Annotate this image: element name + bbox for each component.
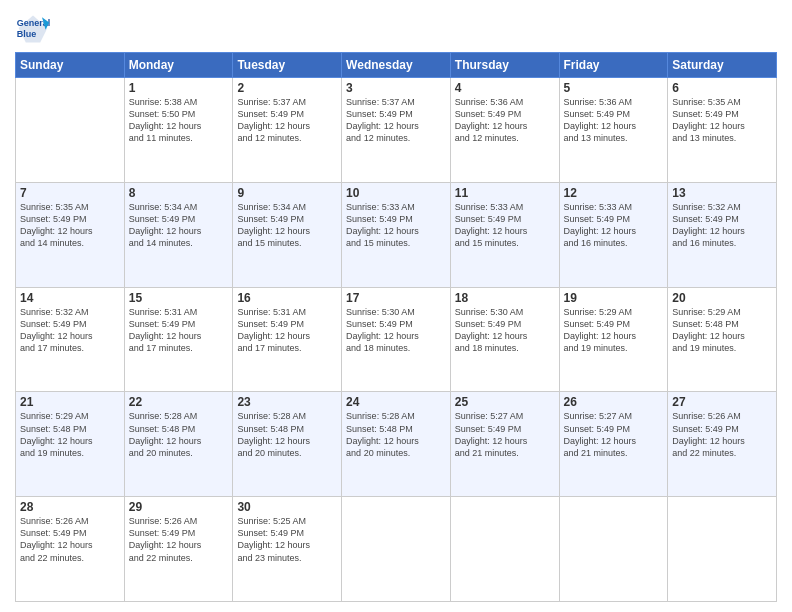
calendar-cell: 12Sunrise: 5:33 AM Sunset: 5:49 PM Dayli… [559, 182, 668, 287]
day-info: Sunrise: 5:37 AM Sunset: 5:49 PM Dayligh… [237, 96, 337, 145]
calendar-cell: 8Sunrise: 5:34 AM Sunset: 5:49 PM Daylig… [124, 182, 233, 287]
day-number: 15 [129, 291, 229, 305]
calendar-cell: 14Sunrise: 5:32 AM Sunset: 5:49 PM Dayli… [16, 287, 125, 392]
calendar-cell: 18Sunrise: 5:30 AM Sunset: 5:49 PM Dayli… [450, 287, 559, 392]
day-number: 9 [237, 186, 337, 200]
day-info: Sunrise: 5:29 AM Sunset: 5:48 PM Dayligh… [20, 410, 120, 459]
calendar-cell: 1Sunrise: 5:38 AM Sunset: 5:50 PM Daylig… [124, 78, 233, 183]
day-number: 6 [672, 81, 772, 95]
col-saturday: Saturday [668, 53, 777, 78]
week-row-4: 21Sunrise: 5:29 AM Sunset: 5:48 PM Dayli… [16, 392, 777, 497]
day-number: 26 [564, 395, 664, 409]
calendar-cell [668, 497, 777, 602]
calendar-cell: 2Sunrise: 5:37 AM Sunset: 5:49 PM Daylig… [233, 78, 342, 183]
calendar-cell: 4Sunrise: 5:36 AM Sunset: 5:49 PM Daylig… [450, 78, 559, 183]
calendar-cell [559, 497, 668, 602]
calendar-cell: 22Sunrise: 5:28 AM Sunset: 5:48 PM Dayli… [124, 392, 233, 497]
calendar-cell: 20Sunrise: 5:29 AM Sunset: 5:48 PM Dayli… [668, 287, 777, 392]
day-number: 12 [564, 186, 664, 200]
calendar-cell: 26Sunrise: 5:27 AM Sunset: 5:49 PM Dayli… [559, 392, 668, 497]
day-number: 23 [237, 395, 337, 409]
day-info: Sunrise: 5:33 AM Sunset: 5:49 PM Dayligh… [346, 201, 446, 250]
col-wednesday: Wednesday [342, 53, 451, 78]
col-sunday: Sunday [16, 53, 125, 78]
calendar-cell: 13Sunrise: 5:32 AM Sunset: 5:49 PM Dayli… [668, 182, 777, 287]
calendar-cell: 11Sunrise: 5:33 AM Sunset: 5:49 PM Dayli… [450, 182, 559, 287]
day-info: Sunrise: 5:31 AM Sunset: 5:49 PM Dayligh… [129, 306, 229, 355]
day-info: Sunrise: 5:29 AM Sunset: 5:49 PM Dayligh… [564, 306, 664, 355]
day-info: Sunrise: 5:31 AM Sunset: 5:49 PM Dayligh… [237, 306, 337, 355]
day-number: 8 [129, 186, 229, 200]
day-number: 29 [129, 500, 229, 514]
day-number: 18 [455, 291, 555, 305]
calendar-cell: 9Sunrise: 5:34 AM Sunset: 5:49 PM Daylig… [233, 182, 342, 287]
calendar-cell: 28Sunrise: 5:26 AM Sunset: 5:49 PM Dayli… [16, 497, 125, 602]
col-monday: Monday [124, 53, 233, 78]
calendar-cell: 6Sunrise: 5:35 AM Sunset: 5:49 PM Daylig… [668, 78, 777, 183]
day-info: Sunrise: 5:36 AM Sunset: 5:49 PM Dayligh… [564, 96, 664, 145]
col-tuesday: Tuesday [233, 53, 342, 78]
page: General Blue Sunday Monday Tuesday Wedne… [0, 0, 792, 612]
calendar-cell [450, 497, 559, 602]
day-info: Sunrise: 5:28 AM Sunset: 5:48 PM Dayligh… [129, 410, 229, 459]
calendar-cell: 30Sunrise: 5:25 AM Sunset: 5:49 PM Dayli… [233, 497, 342, 602]
week-row-3: 14Sunrise: 5:32 AM Sunset: 5:49 PM Dayli… [16, 287, 777, 392]
week-row-1: 1Sunrise: 5:38 AM Sunset: 5:50 PM Daylig… [16, 78, 777, 183]
day-number: 19 [564, 291, 664, 305]
day-number: 11 [455, 186, 555, 200]
day-number: 21 [20, 395, 120, 409]
header: General Blue [15, 10, 777, 46]
day-info: Sunrise: 5:28 AM Sunset: 5:48 PM Dayligh… [237, 410, 337, 459]
calendar-cell: 27Sunrise: 5:26 AM Sunset: 5:49 PM Dayli… [668, 392, 777, 497]
day-info: Sunrise: 5:28 AM Sunset: 5:48 PM Dayligh… [346, 410, 446, 459]
calendar-table: Sunday Monday Tuesday Wednesday Thursday… [15, 52, 777, 602]
day-number: 2 [237, 81, 337, 95]
calendar-cell: 3Sunrise: 5:37 AM Sunset: 5:49 PM Daylig… [342, 78, 451, 183]
day-info: Sunrise: 5:27 AM Sunset: 5:49 PM Dayligh… [455, 410, 555, 459]
day-info: Sunrise: 5:30 AM Sunset: 5:49 PM Dayligh… [455, 306, 555, 355]
day-info: Sunrise: 5:26 AM Sunset: 5:49 PM Dayligh… [129, 515, 229, 564]
day-info: Sunrise: 5:32 AM Sunset: 5:49 PM Dayligh… [672, 201, 772, 250]
calendar-cell: 19Sunrise: 5:29 AM Sunset: 5:49 PM Dayli… [559, 287, 668, 392]
day-number: 22 [129, 395, 229, 409]
day-info: Sunrise: 5:35 AM Sunset: 5:49 PM Dayligh… [20, 201, 120, 250]
day-info: Sunrise: 5:27 AM Sunset: 5:49 PM Dayligh… [564, 410, 664, 459]
day-number: 27 [672, 395, 772, 409]
calendar-cell: 21Sunrise: 5:29 AM Sunset: 5:48 PM Dayli… [16, 392, 125, 497]
day-info: Sunrise: 5:25 AM Sunset: 5:49 PM Dayligh… [237, 515, 337, 564]
svg-text:Blue: Blue [17, 29, 37, 39]
logo-icon: General Blue [15, 10, 51, 46]
day-info: Sunrise: 5:33 AM Sunset: 5:49 PM Dayligh… [564, 201, 664, 250]
day-number: 5 [564, 81, 664, 95]
day-number: 20 [672, 291, 772, 305]
week-row-2: 7Sunrise: 5:35 AM Sunset: 5:49 PM Daylig… [16, 182, 777, 287]
day-info: Sunrise: 5:26 AM Sunset: 5:49 PM Dayligh… [20, 515, 120, 564]
col-thursday: Thursday [450, 53, 559, 78]
calendar-cell: 24Sunrise: 5:28 AM Sunset: 5:48 PM Dayli… [342, 392, 451, 497]
day-number: 17 [346, 291, 446, 305]
day-info: Sunrise: 5:33 AM Sunset: 5:49 PM Dayligh… [455, 201, 555, 250]
day-info: Sunrise: 5:26 AM Sunset: 5:49 PM Dayligh… [672, 410, 772, 459]
day-number: 30 [237, 500, 337, 514]
day-number: 24 [346, 395, 446, 409]
day-info: Sunrise: 5:36 AM Sunset: 5:49 PM Dayligh… [455, 96, 555, 145]
day-info: Sunrise: 5:35 AM Sunset: 5:49 PM Dayligh… [672, 96, 772, 145]
day-number: 25 [455, 395, 555, 409]
day-info: Sunrise: 5:38 AM Sunset: 5:50 PM Dayligh… [129, 96, 229, 145]
calendar-cell: 15Sunrise: 5:31 AM Sunset: 5:49 PM Dayli… [124, 287, 233, 392]
day-info: Sunrise: 5:34 AM Sunset: 5:49 PM Dayligh… [129, 201, 229, 250]
day-info: Sunrise: 5:29 AM Sunset: 5:48 PM Dayligh… [672, 306, 772, 355]
logo: General Blue [15, 10, 55, 46]
day-number: 14 [20, 291, 120, 305]
day-info: Sunrise: 5:32 AM Sunset: 5:49 PM Dayligh… [20, 306, 120, 355]
day-number: 13 [672, 186, 772, 200]
day-number: 10 [346, 186, 446, 200]
calendar-cell: 5Sunrise: 5:36 AM Sunset: 5:49 PM Daylig… [559, 78, 668, 183]
col-friday: Friday [559, 53, 668, 78]
day-info: Sunrise: 5:37 AM Sunset: 5:49 PM Dayligh… [346, 96, 446, 145]
week-row-5: 28Sunrise: 5:26 AM Sunset: 5:49 PM Dayli… [16, 497, 777, 602]
day-info: Sunrise: 5:30 AM Sunset: 5:49 PM Dayligh… [346, 306, 446, 355]
calendar-cell: 29Sunrise: 5:26 AM Sunset: 5:49 PM Dayli… [124, 497, 233, 602]
calendar-cell: 10Sunrise: 5:33 AM Sunset: 5:49 PM Dayli… [342, 182, 451, 287]
day-number: 28 [20, 500, 120, 514]
